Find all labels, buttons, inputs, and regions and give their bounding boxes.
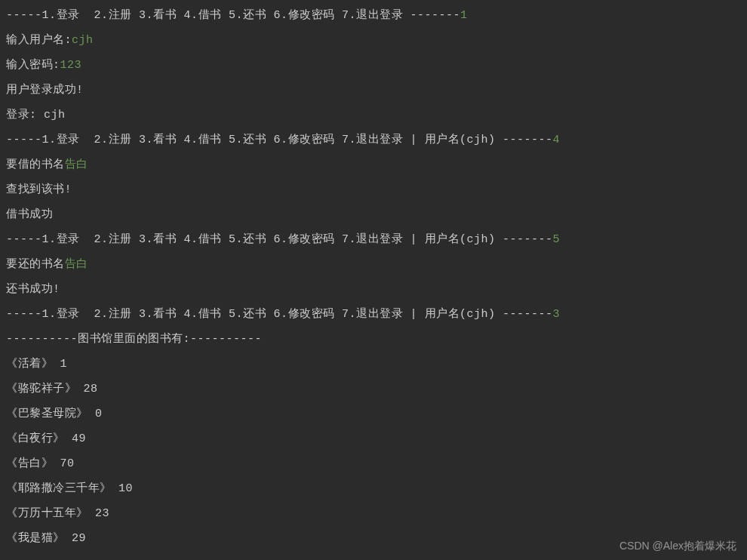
- menu-choice[interactable]: 4: [553, 134, 561, 146]
- menu-prefix: -----: [6, 308, 42, 321]
- password-input[interactable]: 123: [60, 59, 82, 72]
- book-list-item: 《告白》 70: [6, 451, 741, 476]
- return-success-line: 还书成功!: [6, 277, 741, 302]
- book-list-item: 《巴黎圣母院》 0: [6, 402, 741, 426]
- menu-text: 1.登录 2.注册 3.看书 4.借书 5.还书 6.修改密码 7.退出登录 |…: [42, 233, 553, 246]
- terminal-output: -----1.登录 2.注册 3.看书 4.借书 5.还书 6.修改密码 7.退…: [6, 3, 741, 551]
- book-found-line: 查找到该书!: [6, 177, 741, 202]
- menu-prefix: -----: [6, 9, 42, 22]
- return-prompt-line: 要还的书名告白: [6, 252, 741, 277]
- book-list-item: 《骆驼祥子》 28: [6, 377, 741, 402]
- borrow-prompt-line: 要借的书名告白: [6, 152, 741, 177]
- borrow-prompt: 要借的书名: [6, 158, 65, 171]
- library-header-line: ----------图书馆里面的图书有:----------: [6, 327, 741, 352]
- menu-text: 1.登录 2.注册 3.看书 4.借书 5.还书 6.修改密码 7.退出登录 -…: [42, 9, 461, 22]
- menu-line-4: -----1.登录 2.注册 3.看书 4.借书 5.还书 6.修改密码 7.退…: [6, 302, 741, 327]
- watermark: CSDN @Alex抱着爆米花: [619, 540, 736, 551]
- return-book-input[interactable]: 告白: [65, 258, 88, 271]
- logged-in-line: 登录: cjh: [6, 103, 741, 128]
- menu-text: 1.登录 2.注册 3.看书 4.借书 5.还书 6.修改密码 7.退出登录 |…: [42, 134, 553, 146]
- menu-choice[interactable]: 5: [553, 233, 561, 246]
- password-prompt: 输入密码:: [6, 59, 60, 72]
- book-list-item: 《耶路撒冷三千年》 10: [6, 476, 741, 501]
- username-input[interactable]: cjh: [72, 34, 94, 47]
- menu-line-3: -----1.登录 2.注册 3.看书 4.借书 5.还书 6.修改密码 7.退…: [6, 227, 741, 252]
- menu-text: 1.登录 2.注册 3.看书 4.借书 5.还书 6.修改密码 7.退出登录 |…: [42, 308, 553, 321]
- return-prompt: 要还的书名: [6, 258, 65, 271]
- borrow-success-line: 借书成功: [6, 202, 741, 227]
- borrow-book-input[interactable]: 告白: [65, 158, 88, 171]
- username-prompt-line: 输入用户名:cjh: [6, 28, 741, 53]
- book-list-item: 《万历十五年》 23: [6, 501, 741, 526]
- menu-choice[interactable]: 1: [460, 9, 468, 22]
- menu-prefix: -----: [6, 134, 42, 146]
- menu-choice[interactable]: 3: [553, 308, 561, 321]
- menu-line-2: -----1.登录 2.注册 3.看书 4.借书 5.还书 6.修改密码 7.退…: [6, 128, 741, 152]
- username-prompt: 输入用户名:: [6, 34, 72, 47]
- menu-prefix: -----: [6, 233, 42, 246]
- password-prompt-line: 输入密码:123: [6, 53, 741, 78]
- book-list-item: 《白夜行》 49: [6, 426, 741, 451]
- login-success-line: 用户登录成功!: [6, 78, 741, 103]
- menu-line-1: -----1.登录 2.注册 3.看书 4.借书 5.还书 6.修改密码 7.退…: [6, 3, 741, 28]
- book-list-item: 《活着》 1: [6, 352, 741, 377]
